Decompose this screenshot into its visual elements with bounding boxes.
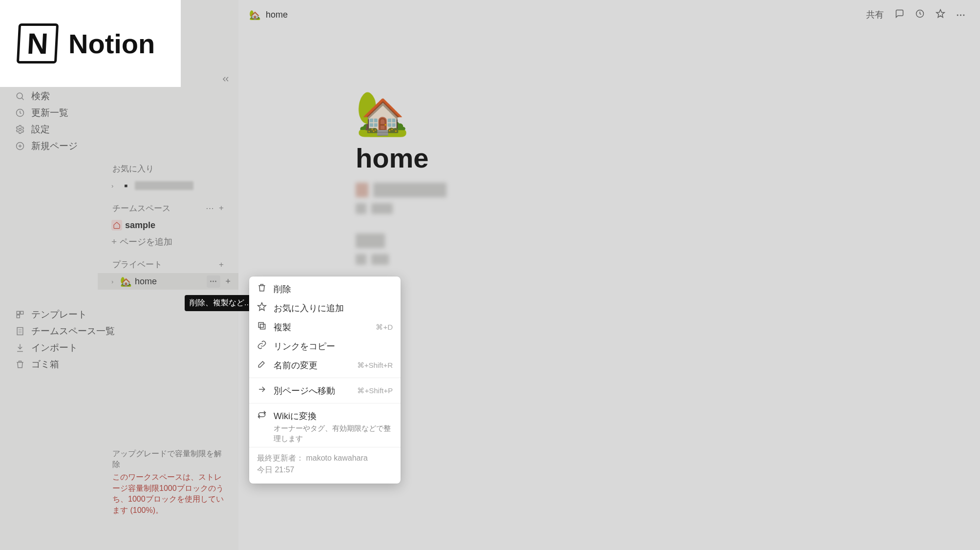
favorite-item[interactable]: › ▪️ <box>98 177 238 194</box>
svg-point-0 <box>17 93 22 99</box>
trash-icon <box>257 283 267 295</box>
sidebar-teamspace-list[interactable]: チームスペース一覧 <box>0 323 238 339</box>
plus-circle-icon <box>15 141 25 151</box>
menu-footer-by-value: makoto kawahara <box>306 454 367 462</box>
menu-copy-link-label: リンクをコピー <box>274 340 393 352</box>
star-icon[interactable] <box>936 9 945 21</box>
upgrade-message: このワークスペースは、ストレージ容量制限1000ブロックのうち、1000ブロック… <box>112 472 224 516</box>
private-header[interactable]: プライベート + <box>98 250 238 273</box>
teamspace-sample-label: sample <box>125 220 155 231</box>
sidebar-updates[interactable]: 更新一覧 <box>0 105 238 121</box>
copy-icon <box>257 321 267 333</box>
breadcrumb-title[interactable]: home <box>266 10 288 20</box>
plus-icon[interactable]: + <box>219 203 224 213</box>
menu-separator <box>249 378 401 378</box>
sidebar-import[interactable]: インポート <box>0 339 238 356</box>
tooltip: 削除、複製など... <box>185 295 256 311</box>
sidebar-trash-label: ゴミ箱 <box>31 358 59 371</box>
teamspace-add-page[interactable]: + ページを追加 <box>98 233 238 250</box>
star-icon <box>257 302 267 314</box>
sidebar-import-label: インポート <box>31 341 78 354</box>
menu-rename-label: 名前の変更 <box>274 360 350 371</box>
sidebar-settings[interactable]: 設定 <box>0 121 238 138</box>
sidebar-new-page-label: 新規ページ <box>31 140 78 152</box>
menu-footer-time: 今日 21:57 <box>257 465 294 474</box>
menu-favorite[interactable]: お気に入りに追加 <box>249 298 401 317</box>
clock-icon <box>15 108 25 118</box>
convert-icon <box>257 410 267 422</box>
teamspaces-header-label: チームスペース <box>112 203 170 214</box>
sidebar-search[interactable]: 検索 <box>0 88 238 105</box>
private-home-row[interactable]: › 🏡 home ⋯ + <box>98 273 238 290</box>
menu-duplicate-shortcut: ⌘+D <box>376 323 393 332</box>
favorites-header[interactable]: お気に入り <box>98 154 238 177</box>
sidebar-templates-label: テンプレート <box>31 308 87 321</box>
edit-icon <box>257 359 267 371</box>
favorites-header-label: お気に入り <box>112 163 154 174</box>
download-icon <box>15 343 25 353</box>
notion-logo-icon: N <box>17 23 59 63</box>
breadcrumb-emoji: 🏡 <box>249 9 261 21</box>
menu-delete[interactable]: 削除 <box>249 279 401 298</box>
chevron-right-icon: › <box>111 182 117 190</box>
sidebar-search-label: 検索 <box>31 90 50 103</box>
svg-rect-7 <box>17 328 23 335</box>
menu-rename-shortcut: ⌘+Shift+R <box>357 361 393 370</box>
sidebar-new-page[interactable]: 新規ページ <box>0 138 238 154</box>
menu-move-shortcut: ⌘+Shift+P <box>357 386 393 395</box>
menu-wiki-label: Wikiに変換 <box>274 410 393 422</box>
menu-wiki-sub: オーナーやタグ、有効期限などで整理します <box>249 423 401 447</box>
menu-delete-label: 削除 <box>274 283 393 295</box>
tooltip-text: 削除、複製など... <box>190 298 251 307</box>
private-home-label: home <box>135 276 157 287</box>
comments-icon[interactable] <box>895 9 904 21</box>
more-icon[interactable]: ⋯ <box>206 203 214 213</box>
page-more-button[interactable]: ⋯ <box>207 275 220 288</box>
plus-icon[interactable]: + <box>219 260 224 270</box>
sidebar-updates-label: 更新一覧 <box>31 106 68 119</box>
menu-wiki[interactable]: Wikiに変換 <box>249 406 401 423</box>
page-content <box>356 183 795 316</box>
gear-icon <box>15 125 25 134</box>
svg-rect-6 <box>17 315 20 318</box>
topbar: 🏡 home 共有 ⋯ <box>238 0 980 24</box>
template-icon <box>15 310 25 319</box>
notion-logo: N Notion <box>0 0 181 87</box>
chevron-double-left-icon <box>221 74 231 84</box>
menu-footer: 最終更新者： makoto kawahara 今日 21:57 <box>249 447 401 481</box>
plus-icon: + <box>111 236 117 247</box>
page-body: 🏡 home <box>356 24 795 316</box>
home-icon <box>111 220 122 231</box>
link-icon <box>257 340 267 352</box>
teamspace-sample[interactable]: sample <box>98 217 238 233</box>
svg-rect-10 <box>258 322 263 327</box>
menu-separator <box>249 403 401 403</box>
sidebar-trash[interactable]: ゴミ箱 <box>0 356 238 373</box>
upgrade-banner[interactable]: アップグレードで容量制限を解除 このワークスペースは、ストレージ容量制限1000… <box>98 448 238 550</box>
search-icon <box>15 91 25 101</box>
menu-rename[interactable]: 名前の変更 ⌘+Shift+R <box>249 356 401 375</box>
menu-favorite-label: お気に入りに追加 <box>274 302 393 314</box>
menu-duplicate[interactable]: 複製 ⌘+D <box>249 317 401 337</box>
collapse-sidebar-button[interactable] <box>221 74 231 86</box>
menu-move-label: 別ページへ移動 <box>274 385 350 397</box>
page-add-child-button[interactable]: + <box>222 275 234 288</box>
svg-rect-9 <box>260 324 265 329</box>
chevron-right-icon: › <box>111 278 117 285</box>
redacted-label <box>135 181 193 190</box>
svg-point-2 <box>19 128 21 131</box>
svg-rect-5 <box>21 311 23 314</box>
menu-copy-link[interactable]: リンクをコピー <box>249 337 401 356</box>
history-icon[interactable] <box>915 9 925 21</box>
more-icon[interactable]: ⋯ <box>956 9 966 21</box>
svg-rect-4 <box>17 311 20 314</box>
teamspaces-header[interactable]: チームスペース ⋯ + <box>98 194 238 217</box>
page-title[interactable]: home <box>356 142 795 174</box>
context-menu: 削除 お気に入りに追加 複製 ⌘+D リンクをコピー 名前の変更 ⌘+Shift… <box>249 276 401 484</box>
building-icon <box>15 326 25 336</box>
menu-move[interactable]: 別ページへ移動 ⌘+Shift+P <box>249 381 401 400</box>
share-button[interactable]: 共有 <box>866 9 884 21</box>
page-emoji[interactable]: 🏡 <box>356 88 795 138</box>
page-icon: ▪️ <box>120 180 132 191</box>
private-header-label: プライベート <box>112 259 162 270</box>
